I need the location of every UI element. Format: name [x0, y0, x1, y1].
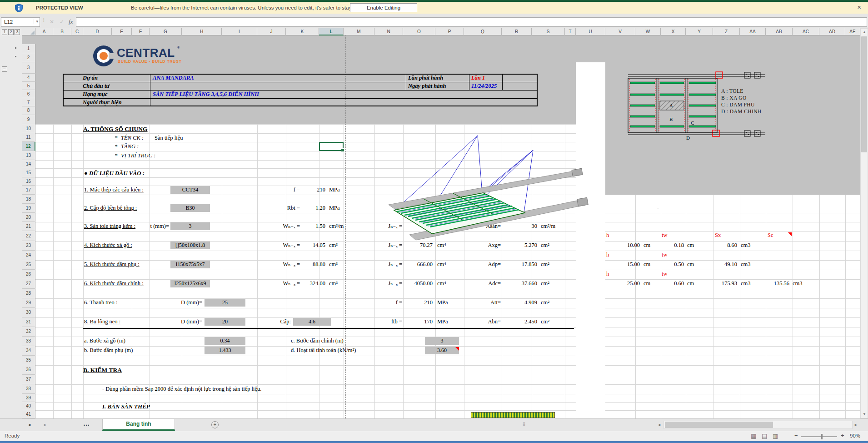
param-cap-cell[interactable]: 4.6: [293, 318, 331, 326]
row-header-20[interactable]: 20: [22, 213, 35, 222]
name-box[interactable]: L12 ▾: [1, 17, 40, 27]
fill-handle[interactable]: [341, 148, 344, 152]
step-d-cell[interactable]: 3.60: [425, 347, 459, 354]
row-header-22[interactable]: 22: [22, 231, 35, 241]
value-ten-ck[interactable]: Sàn tiếp liệu: [155, 135, 183, 141]
horizontal-scroll-thumb[interactable]: [665, 422, 773, 428]
row-header-1[interactable]: 1: [22, 44, 35, 53]
param-input-cell[interactable]: 3: [170, 222, 210, 230]
outline-level-3-button[interactable]: 3: [15, 29, 20, 35]
row-header-23[interactable]: 23: [22, 241, 35, 251]
column-header-X[interactable]: X: [661, 28, 686, 35]
column-header-AE[interactable]: AE: [845, 28, 860, 35]
row-header-29[interactable]: 29: [22, 298, 35, 308]
tab-overflow[interactable]: …: [83, 420, 90, 427]
tab-nav-prev-icon[interactable]: ◄: [27, 423, 31, 427]
zoom-slider-thumb[interactable]: [821, 434, 823, 439]
row-header-13[interactable]: 13: [22, 151, 35, 160]
scroll-down-icon[interactable]: ▼: [863, 412, 866, 417]
column-header-J[interactable]: J: [257, 28, 286, 35]
row-header-6[interactable]: 6: [22, 90, 35, 98]
cancel-icon[interactable]: ✕: [50, 19, 54, 25]
zoom-out-icon[interactable]: −: [794, 432, 798, 439]
row-header-41[interactable]: 41: [22, 410, 35, 418]
param-input-cell[interactable]: I250x125x6x9: [170, 280, 210, 287]
outline-level-2-button[interactable]: 2: [8, 29, 14, 35]
view-page-break-icon[interactable]: ▥: [773, 433, 778, 439]
row-header-8[interactable]: 8: [22, 106, 35, 115]
step-c-cell[interactable]: 3: [425, 337, 459, 345]
row-header-25[interactable]: 25: [22, 260, 35, 270]
row-header-11[interactable]: 11: [22, 133, 35, 142]
column-header-F[interactable]: F: [132, 28, 150, 35]
row-header-28[interactable]: 28: [22, 289, 35, 298]
column-header-AB[interactable]: AB: [766, 28, 793, 35]
column-header-AC[interactable]: AC: [793, 28, 819, 35]
param-input-cell[interactable]: I150x75x5x7: [170, 261, 210, 268]
row-header-10[interactable]: 10: [22, 124, 35, 133]
row-header-30[interactable]: 30: [22, 308, 35, 317]
row-header-15[interactable]: 15: [22, 168, 35, 177]
column-header-N[interactable]: N: [374, 28, 403, 35]
column-header-A[interactable]: A: [35, 28, 53, 35]
row-header-2[interactable]: 2: [22, 53, 35, 62]
selected-cell-L12[interactable]: [319, 142, 344, 151]
hscroll-left-icon[interactable]: ◄: [657, 423, 661, 427]
name-box-dropdown-icon[interactable]: ▾: [34, 19, 38, 24]
scroll-up-icon[interactable]: ▲: [863, 30, 866, 35]
fx-icon[interactable]: fx: [69, 18, 73, 25]
row-header-4[interactable]: 4: [22, 74, 35, 82]
column-header-C[interactable]: C: [71, 28, 83, 35]
row-header-34[interactable]: 34: [22, 346, 35, 356]
zoom-level[interactable]: 90%: [850, 433, 860, 438]
enter-icon[interactable]: ✓: [60, 19, 64, 25]
column-header-H[interactable]: H: [182, 28, 222, 35]
row-header-16[interactable]: 16: [22, 177, 35, 186]
row-header-17[interactable]: 17: [22, 186, 35, 195]
row-header-24[interactable]: 24: [22, 251, 35, 260]
param-input-cell[interactable]: 20: [205, 318, 245, 326]
row-header-5[interactable]: 5: [22, 82, 35, 90]
hscroll-right-icon[interactable]: ►: [854, 423, 858, 427]
row-header-3[interactable]: 3: [22, 62, 35, 74]
row-header-27[interactable]: 27: [22, 279, 35, 289]
outline-level-1-button[interactable]: 1: [2, 29, 7, 35]
row-header-21[interactable]: 21: [22, 222, 35, 231]
row-header-36[interactable]: 36: [22, 365, 35, 375]
enable-editing-button[interactable]: Enable Editing: [350, 3, 417, 12]
column-header-M[interactable]: M: [344, 28, 374, 35]
tab-nav-next-icon[interactable]: ►: [43, 423, 47, 427]
column-header-W[interactable]: W: [635, 28, 661, 35]
row-header-33[interactable]: 33: [22, 337, 35, 346]
select-all-corner[interactable]: [22, 28, 35, 35]
doc-value-project[interactable]: ANA MANDARA: [153, 75, 194, 81]
column-header-I[interactable]: I: [222, 28, 257, 35]
scrollbar-divider-icon[interactable]: ⁞⁞: [523, 421, 525, 427]
column-header-P[interactable]: P: [435, 28, 464, 35]
add-sheet-button[interactable]: +: [211, 421, 219, 428]
column-header-K[interactable]: K: [286, 28, 319, 35]
column-header-E[interactable]: E: [112, 28, 132, 35]
row-header-14[interactable]: 14: [22, 160, 35, 168]
doc-value-issue[interactable]: Lần 1: [471, 75, 485, 81]
column-header-V[interactable]: V: [605, 28, 635, 35]
column-header-AA[interactable]: AA: [740, 28, 766, 35]
doc-value-item[interactable]: SÀN TIẾP LIỆU TẦNG 3,4,5,6 ĐIỂN HÌNH: [153, 91, 259, 98]
column-header-Y[interactable]: Y: [686, 28, 713, 35]
outline-collapse-button[interactable]: −: [2, 66, 7, 72]
close-message-icon[interactable]: ✕: [857, 5, 861, 10]
doc-value-issue-date[interactable]: 11/24/2025: [471, 83, 497, 90]
row-header-26[interactable]: 26: [22, 270, 35, 279]
param-input-cell[interactable]: []50x100x1.8: [170, 242, 210, 249]
column-header-L[interactable]: L: [319, 28, 344, 35]
column-header-S[interactable]: S: [532, 28, 565, 35]
column-header-G[interactable]: G: [150, 28, 182, 35]
column-header-R[interactable]: R: [502, 28, 532, 35]
zoom-in-icon[interactable]: +: [841, 432, 844, 439]
row-header-39[interactable]: 39: [22, 394, 35, 402]
column-header-Z[interactable]: Z: [713, 28, 740, 35]
row-header-38[interactable]: 38: [22, 384, 35, 394]
row-header-7[interactable]: 7: [22, 98, 35, 106]
column-header-T[interactable]: T: [565, 28, 576, 35]
row-header-18[interactable]: 18: [22, 195, 35, 204]
